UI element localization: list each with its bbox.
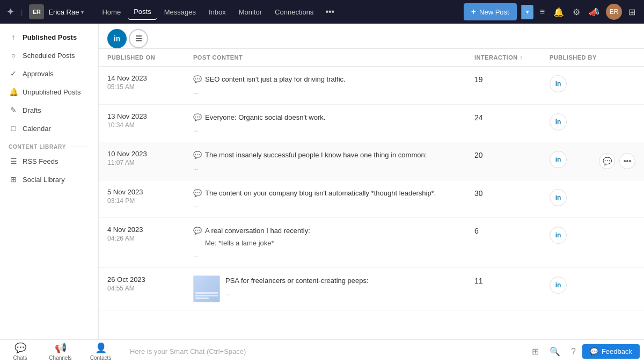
brand-badge: ER (29, 4, 44, 19)
grid-icon[interactable]: ⊞ (626, 5, 638, 19)
content-area: in ☰ PUBLISHED ON POST CONTENT INTERACTI… (99, 24, 644, 339)
linkedin-badge: in (550, 75, 567, 92)
post-type-icon: 💬 (193, 112, 202, 123)
feedback-button[interactable]: 💬 Feedback (582, 344, 640, 359)
tab-linkedin[interactable]: in (107, 29, 127, 48)
smart-chat-input[interactable]: Here is your Smart Chat (Ctrl+Space) (121, 347, 523, 355)
date-cell: 26 Oct 2023 04:55 AM (107, 275, 193, 292)
table-row: 26 Oct 2023 04:55 AM (99, 268, 644, 310)
chats-icon: 💬 (14, 342, 26, 354)
published-by-cell: in (550, 226, 635, 244)
posts-table: PUBLISHED ON POST CONTENT INTERACTION ↑ … (99, 49, 644, 339)
sidebar-item-drafts[interactable]: ✎ Drafts (0, 101, 98, 119)
nav-links: Home Posts Messages Inbox Monitor Connec… (97, 4, 339, 20)
sidebar-item-unpublished-posts[interactable]: 🔔 Unpublished Posts (0, 83, 98, 101)
notifications-icon[interactable]: 🔔 (551, 5, 566, 19)
alerts-icon[interactable]: 📣 (587, 5, 602, 19)
rss-feeds-icon: ☰ (9, 157, 18, 165)
bottom-channels[interactable]: 📢 Channels (40, 340, 80, 363)
social-library-icon: ⊞ (9, 175, 18, 184)
contacts-icon: 👤 (95, 342, 107, 354)
post-content-cell: 💬 SEO content isn't just a play for driv… (193, 74, 474, 97)
post-content-cell: 💬 The most insanely successful people I … (193, 150, 474, 172)
approvals-icon: ✓ (9, 69, 18, 78)
layout-icon[interactable]: ≡ (538, 5, 547, 19)
bottom-grid-icon[interactable]: ⊞ (528, 344, 543, 359)
drafts-icon: ✎ (9, 106, 18, 114)
table-header: PUBLISHED ON POST CONTENT INTERACTION ↑ … (99, 49, 644, 67)
table-row: 14 Nov 2023 05:15 AM 💬 SEO content isn't… (99, 67, 644, 105)
new-post-button[interactable]: + New Post (464, 3, 517, 20)
sidebar-item-calendar[interactable]: □ Calendar (0, 119, 98, 137)
post-type-icon: 💬 (193, 150, 202, 161)
nav-monitor[interactable]: Monitor (233, 5, 267, 19)
sidebar: ↑ Published Posts ○ Scheduled Posts ✓ Ap… (0, 24, 99, 339)
feedback-icon: 💬 (590, 347, 598, 355)
col-post-content: POST CONTENT (193, 54, 474, 61)
nav-inbox[interactable]: Inbox (203, 5, 231, 19)
published-by-cell: in (550, 112, 635, 130)
interaction-cell: 11 (474, 275, 550, 285)
tab-other[interactable]: ☰ (129, 29, 148, 48)
col-interaction: INTERACTION ↑ (474, 54, 550, 61)
content-library-section: CONTENT LIBRARY (0, 137, 98, 152)
linkedin-badge: in (550, 277, 567, 294)
post-thumbnail (193, 275, 220, 302)
date-cell: 4 Nov 2023 04:26 AM (107, 226, 193, 242)
bottom-bar: 💬 Chats 📢 Channels 👤 Contacts Here is yo… (0, 339, 644, 363)
nav-right-actions: + New Post ▾ ≡ 🔔 ⚙ 📣 ER ⊞ (464, 3, 638, 20)
post-content-cell: 💬 A real conversation I had recently: Me… (193, 226, 474, 260)
published-by-cell: in (550, 74, 635, 92)
sidebar-item-social-library[interactable]: ⊞ Social Library (0, 170, 98, 188)
bottom-right-actions: ⊞ 🔍 ? 💬 Feedback (523, 344, 644, 359)
settings-icon[interactable]: ⚙ (570, 5, 582, 19)
calendar-icon: □ (9, 124, 18, 133)
avatar[interactable]: ER (606, 4, 622, 20)
table-row: 4 Nov 2023 04:26 AM 💬 A real conversatio… (99, 218, 644, 268)
sidebar-item-scheduled-posts[interactable]: ○ Scheduled Posts (0, 46, 98, 64)
interaction-cell: 19 (474, 74, 550, 84)
channels-icon: 📢 (55, 342, 67, 354)
post-type-icon: 💬 (193, 226, 202, 236)
main-layout: ↑ Published Posts ○ Scheduled Posts ✓ Ap… (0, 24, 644, 339)
published-posts-icon: ↑ (9, 33, 18, 41)
row-actions: 💬 ••• (599, 153, 635, 169)
nav-more-icon[interactable]: ••• (321, 5, 339, 19)
sidebar-item-published-posts[interactable]: ↑ Published Posts (0, 28, 98, 46)
date-cell: 5 Nov 2023 03:14 PM (107, 188, 193, 205)
bottom-chats[interactable]: 💬 Chats (0, 340, 40, 363)
comment-action-button[interactable]: 💬 (599, 153, 615, 169)
nav-posts[interactable]: Posts (128, 4, 157, 20)
published-by-cell: in 💬 ••• (550, 150, 635, 168)
new-post-dropdown-button[interactable]: ▾ (521, 5, 533, 19)
col-published-by: PUBLISHED BY (550, 54, 635, 61)
table-row: 13 Nov 2023 10:34 AM 💬 Everyone: Organic… (99, 105, 644, 143)
user-menu[interactable]: Erica Rae ▾ (48, 8, 84, 16)
sidebar-item-approvals[interactable]: ✓ Approvals (0, 64, 98, 83)
interaction-cell: 6 (474, 226, 550, 235)
nav-home[interactable]: Home (97, 5, 126, 19)
interaction-cell: 20 (474, 150, 550, 159)
post-type-icon: 💬 (193, 188, 202, 199)
date-cell: 10 Nov 2023 11:07 AM (107, 150, 193, 166)
plus-icon: + (471, 7, 476, 17)
linkedin-badge: in (550, 189, 567, 206)
more-action-button[interactable]: ••• (619, 153, 635, 169)
table-row: 5 Nov 2023 03:14 PM 💬 The content on you… (99, 180, 644, 219)
bottom-help-icon[interactable]: ? (567, 345, 580, 359)
linkedin-badge: in (550, 151, 567, 168)
nav-messages[interactable]: Messages (159, 5, 201, 19)
nav-connections[interactable]: Connections (269, 5, 319, 19)
table-row: 10 Nov 2023 11:07 AM 💬 The most insanely… (99, 142, 644, 180)
bottom-contacts[interactable]: 👤 Contacts (80, 340, 121, 363)
unpublished-posts-icon: 🔔 (9, 88, 18, 96)
bottom-search-icon[interactable]: 🔍 (545, 344, 565, 359)
chevron-down-icon: ▾ (81, 9, 84, 15)
interaction-cell: 24 (474, 112, 550, 122)
date-cell: 13 Nov 2023 10:34 AM (107, 112, 193, 129)
logo-icon[interactable]: ✦ (6, 6, 14, 18)
linkedin-badge: in (550, 113, 567, 130)
post-content-cell: 💬 The content on your company blog isn't… (193, 188, 474, 210)
post-type-icon: 💬 (193, 74, 202, 85)
sidebar-item-rss-feeds[interactable]: ☰ RSS Feeds (0, 152, 98, 170)
